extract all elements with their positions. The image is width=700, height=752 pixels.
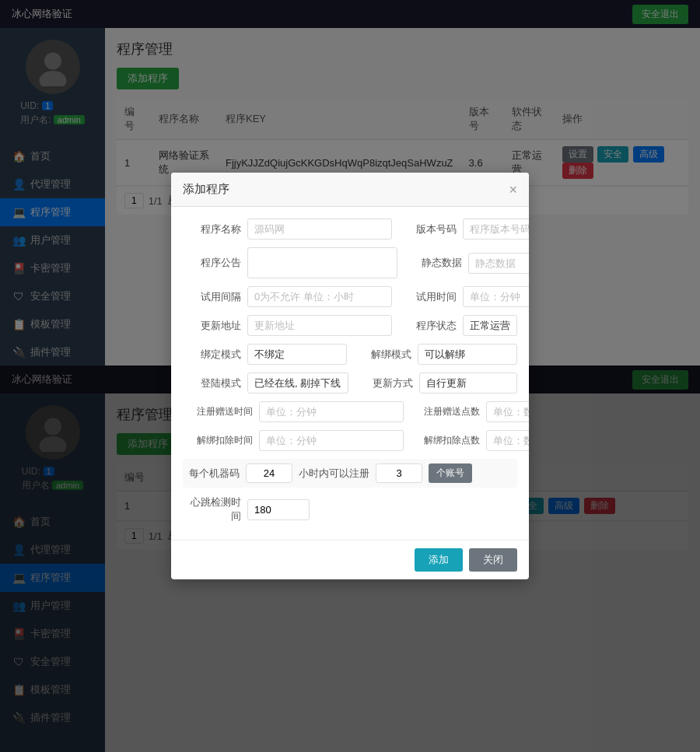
modal-add-button[interactable]: 添加 xyxy=(415,548,463,572)
trial-interval-input[interactable] xyxy=(247,286,392,307)
unbind-mode-label: 解绑模式 xyxy=(353,348,411,362)
form-half-unbind-points: 解绑扣除点数 xyxy=(410,430,529,451)
trial-interval-label: 试用间隔 xyxy=(183,290,241,304)
form-half-unbind-mode: 解绑模式 可以解绑 不可解绑 xyxy=(353,344,517,365)
form-half-notice: 程序公告 xyxy=(183,247,397,278)
form-half-reg-points: 注册赠送点数 xyxy=(410,401,529,422)
form-half-name: 程序名称 xyxy=(183,219,392,240)
trial-time-input[interactable] xyxy=(463,286,529,307)
name-input[interactable] xyxy=(247,219,392,240)
update-url-label: 更新地址 xyxy=(183,319,241,333)
form-row-reg-gift: 注册赠送时间 注册赠送点数 xyxy=(183,401,517,422)
update-mode-label: 更新方式 xyxy=(355,376,413,390)
heartbeat-input[interactable] xyxy=(247,499,310,520)
modal-footer: 添加 关闭 xyxy=(171,540,529,579)
program-status-label: 程序状态 xyxy=(398,319,457,333)
form-half-program-status: 程序状态 正常运营 停止运营 xyxy=(398,315,517,336)
machine-code-input[interactable] xyxy=(246,463,292,483)
modal-overlay: 添加程序 × 程序名称 版本号码 程序公告 xyxy=(0,0,700,752)
form-row-trial: 试用间隔 试用时间 xyxy=(183,286,517,307)
notice-label: 程序公告 xyxy=(183,256,241,270)
form-half-trial-interval: 试用间隔 xyxy=(183,286,392,307)
unbind-mode-select[interactable]: 可以解绑 不可解绑 xyxy=(418,344,517,365)
reg-gift-points-input[interactable] xyxy=(486,401,529,422)
reg-gift-time-input[interactable] xyxy=(259,401,404,422)
heartbeat-row: 心跳检测时间 xyxy=(183,495,517,523)
form-row-login-update: 登陆模式 已经在线, 剔掉下线 允许多端登录 更新方式 自行更新 强制更新 xyxy=(183,373,517,393)
modal-close-x-button[interactable]: × xyxy=(509,183,517,197)
add-program-modal: 添加程序 × 程序名称 版本号码 程序公告 xyxy=(171,173,529,579)
notice-input[interactable] xyxy=(247,247,397,278)
form-row-notice-static: 程序公告 静态数据 xyxy=(183,247,517,278)
hour-register-label: 小时内可以注册 xyxy=(299,467,369,481)
reg-gift-time-label: 注册赠送时间 xyxy=(183,405,253,418)
static-input[interactable] xyxy=(468,253,529,274)
unbind-deduct-time-label: 解绑扣除时间 xyxy=(183,434,253,447)
modal-body: 程序名称 版本号码 程序公告 静态数据 xyxy=(171,207,529,540)
form-row-unbind-deduct: 解绑扣除时间 解绑扣除点数 xyxy=(183,430,517,451)
form-half-login-mode: 登陆模式 已经在线, 剔掉下线 允许多端登录 xyxy=(183,373,348,393)
unbind-deduct-points-input[interactable] xyxy=(486,430,529,451)
form-half-update-mode: 更新方式 自行更新 强制更新 xyxy=(355,373,517,393)
name-label: 程序名称 xyxy=(183,222,241,236)
form-half-update-url: 更新地址 xyxy=(183,315,392,336)
modal-close-button[interactable]: 关闭 xyxy=(469,548,517,572)
bind-mode-select[interactable]: 不绑定 绑定机器码 xyxy=(247,344,347,365)
trial-time-label: 试用时间 xyxy=(398,290,457,304)
update-mode-select[interactable]: 自行更新 强制更新 xyxy=(419,373,517,393)
static-label: 静态数据 xyxy=(404,256,462,270)
account-button[interactable]: 个账号 xyxy=(429,463,472,483)
form-half-bind-mode: 绑定模式 不绑定 绑定机器码 xyxy=(183,344,347,365)
form-row-update-status: 更新地址 程序状态 正常运营 停止运营 xyxy=(183,315,517,336)
login-mode-label: 登陆模式 xyxy=(183,376,241,390)
form-half-static: 静态数据 xyxy=(404,247,529,278)
program-status-select[interactable]: 正常运营 停止运营 xyxy=(463,315,517,336)
form-half-version: 版本号码 xyxy=(398,219,529,240)
form-half-unbind-time: 解绑扣除时间 xyxy=(183,430,404,451)
reg-gift-points-label: 注册赠送点数 xyxy=(410,405,480,418)
hour-register-input[interactable] xyxy=(376,463,422,483)
modal-header: 添加程序 × xyxy=(171,173,529,207)
unbind-deduct-time-input[interactable] xyxy=(259,430,404,451)
heartbeat-label: 心跳检测时间 xyxy=(183,495,241,523)
version-label: 版本号码 xyxy=(398,222,457,236)
form-half-reg-time: 注册赠送时间 xyxy=(183,401,404,422)
update-url-input[interactable] xyxy=(247,315,392,336)
bind-mode-label: 绑定模式 xyxy=(183,348,241,362)
version-input[interactable] xyxy=(463,219,529,240)
form-row-bind: 绑定模式 不绑定 绑定机器码 解绑模式 可以解绑 不可解绑 xyxy=(183,344,517,365)
form-half-trial-time: 试用时间 xyxy=(398,286,529,307)
machine-code-row: 每个机器码 小时内可以注册 个账号 xyxy=(183,459,517,488)
unbind-deduct-points-label: 解绑扣除点数 xyxy=(410,434,480,447)
modal-title: 添加程序 xyxy=(183,182,229,197)
form-row-name-version: 程序名称 版本号码 xyxy=(183,219,517,240)
login-mode-select[interactable]: 已经在线, 剔掉下线 允许多端登录 xyxy=(247,373,348,393)
machine-code-label: 每个机器码 xyxy=(189,467,240,481)
